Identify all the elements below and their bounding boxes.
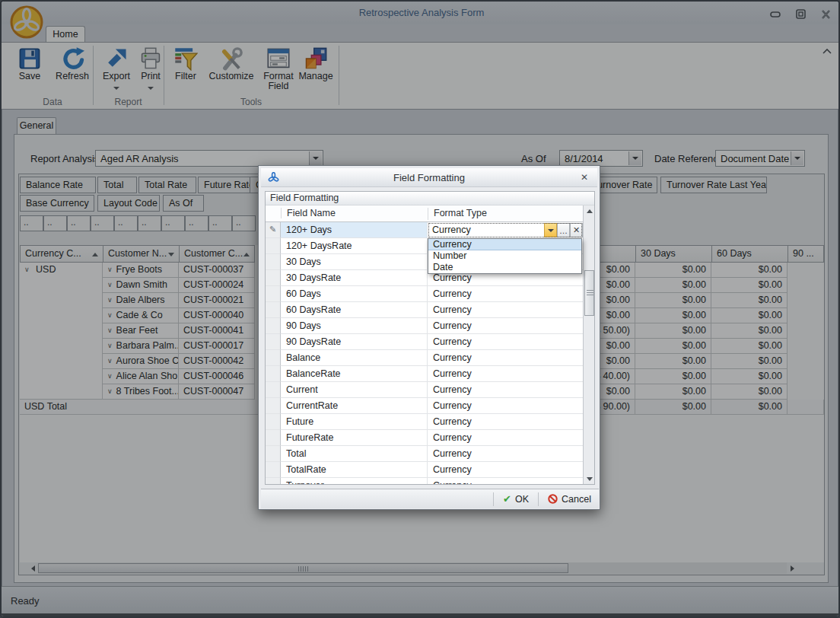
dialog-row[interactable]: 60 DaysCurrency (266, 286, 583, 302)
dialog-row[interactable]: TotalRateCurrency (266, 462, 583, 478)
dropdown-option[interactable]: Date (428, 262, 581, 273)
field-formatting-dialog: Field Formatting ✕ Field Formatting Fiel… (258, 165, 600, 510)
format-type-cell[interactable]: Currency (428, 398, 583, 414)
dialog-row[interactable]: BalanceCurrency (266, 350, 583, 366)
dialog-close-icon[interactable]: ✕ (578, 171, 590, 183)
dialog-row[interactable]: 60 DaysRateCurrency (266, 302, 583, 318)
dialog-row[interactable]: CurrentRateCurrency (266, 398, 583, 414)
dialog-row[interactable]: 90 DaysRateCurrency (266, 334, 583, 350)
cancel-button[interactable]: Cancel (543, 494, 596, 505)
editor-clear-icon[interactable]: ✕ (570, 223, 583, 237)
field-name-cell[interactable]: 90 DaysRate (281, 334, 428, 350)
format-type-cell[interactable]: Currency (428, 318, 583, 334)
ok-button[interactable]: ✔ OK (498, 493, 533, 505)
format-type-cell[interactable]: Currency (428, 302, 583, 318)
field-name-cell[interactable]: 90 Days (281, 318, 428, 334)
field-name-cell[interactable]: 60 Days (281, 286, 428, 302)
field-name-cell[interactable]: Current (281, 382, 428, 398)
format-type-cell[interactable]: Currency (428, 334, 583, 350)
field-name-cell[interactable]: 120+ DaysRate (281, 238, 428, 254)
dropdown-option[interactable]: Currency (428, 239, 581, 250)
format-type-dropdown-list: Currency Number Date (428, 238, 582, 274)
field-formatting-group: Field Formatting Field Name Format Type … (265, 191, 595, 485)
group-caption: Field Formatting (266, 192, 594, 205)
cancel-icon (548, 494, 558, 504)
dialog-row[interactable]: TurnoverCurrency (266, 478, 583, 485)
dialog-row[interactable]: FutureCurrency (266, 414, 583, 430)
format-type-cell[interactable]: Currency (428, 286, 583, 302)
ok-label: OK (515, 494, 529, 505)
vscroll-down-arrow[interactable] (584, 473, 594, 484)
field-name-cell[interactable]: 30 DaysRate (281, 270, 428, 286)
editor-ellipsis-icon[interactable]: … (557, 223, 570, 237)
field-name-cell[interactable]: FutureRate (281, 430, 428, 446)
format-type-cell[interactable]: Currency (428, 414, 583, 430)
format-type-cell[interactable]: Currency (428, 446, 583, 462)
field-name-cell[interactable]: CurrentRate (281, 398, 428, 414)
editor-dropdown-icon[interactable] (544, 223, 557, 237)
dialog-row[interactable]: CurrentCurrency (266, 382, 583, 398)
field-name-cell[interactable]: Total (281, 446, 428, 462)
vscroll-up-arrow[interactable] (584, 205, 594, 216)
dialog-title-bar[interactable]: Field Formatting ✕ (261, 168, 597, 187)
ok-check-icon: ✔ (503, 493, 511, 505)
dialog-row[interactable]: FutureRateCurrency (266, 430, 583, 446)
field-name-cell[interactable]: 30 Days (281, 254, 428, 270)
dialog-vscroll[interactable] (583, 205, 594, 484)
footer-divider (493, 492, 494, 506)
format-type-column-header[interactable]: Format Type (428, 208, 487, 220)
edit-pencil-icon: ✎ (266, 222, 281, 238)
dialog-title: Field Formatting (261, 172, 597, 183)
dropdown-option[interactable]: Number (428, 250, 581, 262)
format-type-editor[interactable]: Currency … ✕ (428, 222, 583, 238)
app-window: Retrospective Analysis Form Home (0, 0, 840, 618)
dialog-row[interactable]: TotalCurrency (266, 446, 583, 462)
dialog-footer: ✔ OK Cancel (261, 489, 599, 508)
field-name-cell[interactable]: Future (281, 414, 428, 430)
format-type-cell[interactable]: Currency (428, 350, 583, 366)
field-name-cell[interactable]: Balance (281, 350, 428, 366)
thumb-grip-icon (587, 290, 593, 296)
format-type-cell[interactable]: Currency (428, 382, 583, 398)
format-type-cell[interactable]: Currency (428, 478, 583, 485)
field-name-cell[interactable]: Turnover (281, 478, 428, 485)
dialog-row[interactable]: BalanceRateCurrency (266, 366, 583, 382)
dialog-table-header: Field Name Format Type (266, 205, 583, 222)
format-type-cell[interactable]: Currency (428, 462, 583, 478)
field-name-cell[interactable]: TotalRate (281, 462, 428, 478)
cancel-label: Cancel (562, 494, 591, 505)
field-name-column-header[interactable]: Field Name (281, 208, 428, 218)
dialog-row[interactable]: 90 DaysCurrency (266, 318, 583, 334)
editor-value: Currency (428, 222, 544, 238)
format-type-cell[interactable]: Currency (428, 430, 583, 446)
vscroll-thumb[interactable] (584, 270, 594, 316)
field-name-cell[interactable]: 120+ Days (281, 222, 428, 238)
field-name-cell[interactable]: BalanceRate (281, 366, 428, 382)
footer-divider (538, 492, 539, 506)
format-type-cell[interactable]: Currency (428, 366, 583, 382)
field-name-cell[interactable]: 60 DaysRate (281, 302, 428, 318)
dialog-row[interactable]: ✎ 120+ Days Currency … ✕ (266, 222, 583, 238)
